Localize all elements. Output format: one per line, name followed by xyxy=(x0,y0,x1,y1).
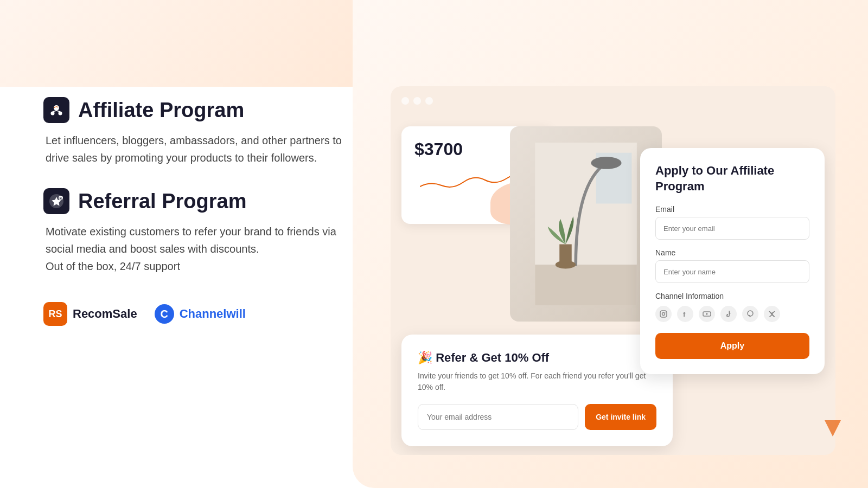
email-input[interactable] xyxy=(655,217,809,240)
pinterest-icon[interactable] xyxy=(742,306,758,322)
name-input[interactable] xyxy=(655,260,809,283)
recomsale-brand: RS RecomSale xyxy=(43,302,137,326)
svg-text:f: f xyxy=(683,310,686,318)
facebook-icon[interactable]: f xyxy=(677,306,693,322)
affiliate-title: Affiliate Program xyxy=(78,99,244,122)
svg-rect-14 xyxy=(559,245,572,265)
browser-dots xyxy=(401,97,825,105)
svg-line-4 xyxy=(56,111,60,112)
affiliate-title-row: Affiliate Program xyxy=(43,97,358,123)
referral-title: Referral Program xyxy=(78,190,246,213)
channel-info-label: Channel Information xyxy=(655,292,809,300)
recomsale-logo: RS xyxy=(43,302,67,326)
referral-title-row: % Referral Program xyxy=(43,188,358,214)
svg-point-16 xyxy=(662,313,665,316)
channelwill-brand: C Channelwill xyxy=(155,304,246,324)
arrow-svg xyxy=(819,409,846,442)
svg-rect-9 xyxy=(535,265,637,305)
referral-description-1: Motivate existing customers to refer you… xyxy=(43,223,358,258)
affiliate-icon xyxy=(43,97,69,123)
svg-text:%: % xyxy=(60,197,63,200)
twitter-icon[interactable] xyxy=(764,306,780,322)
dot-3 xyxy=(425,97,433,105)
dot-1 xyxy=(401,97,409,105)
channelwill-name: Channelwill xyxy=(180,307,246,321)
dot-2 xyxy=(413,97,421,105)
get-invite-button[interactable]: Get invite link xyxy=(585,404,656,430)
affiliate-section: Affiliate Program Let influencers, blogg… xyxy=(43,97,358,166)
referral-widget-desc: Invite your friends to get 10% off. For … xyxy=(418,370,656,393)
right-panel: $3700 xyxy=(391,86,835,477)
branding-row: RS RecomSale C Channelwill xyxy=(43,302,358,326)
recomsale-name: RecomSale xyxy=(73,307,137,321)
instagram-icon[interactable] xyxy=(655,306,672,322)
product-card xyxy=(510,126,662,322)
affiliate-form-title: Apply to Our Affiliate Program xyxy=(655,163,809,194)
referral-icon: % xyxy=(43,188,69,214)
referral-widget: 🎉 Refer & Get 10% Off Invite your friend… xyxy=(401,335,673,446)
referral-widget-title: 🎉 Refer & Get 10% Off xyxy=(418,351,656,365)
svg-point-20 xyxy=(748,311,753,316)
apply-button[interactable]: Apply xyxy=(655,333,809,359)
affiliate-form-panel: Apply to Our Affiliate Program Email Nam… xyxy=(640,148,825,374)
svg-rect-15 xyxy=(660,311,667,317)
name-label: Name xyxy=(655,248,809,257)
referral-input-row[interactable]: Get invite link xyxy=(418,404,656,430)
svg-point-12 xyxy=(591,157,621,169)
arrow-decoration xyxy=(819,409,846,444)
tiktok-icon[interactable] xyxy=(720,306,737,322)
svg-line-3 xyxy=(53,111,56,112)
browser-mockup: $3700 xyxy=(391,86,835,455)
referral-section: % Referral Program Motivate existing cus… xyxy=(43,188,358,275)
channelwill-logo: C xyxy=(155,304,174,324)
svg-point-17 xyxy=(665,312,666,313)
social-icons-row: f xyxy=(655,306,809,322)
youtube-icon[interactable] xyxy=(699,306,715,322)
referral-description-2: Out of the box, 24/7 support xyxy=(43,258,358,275)
lamp-svg xyxy=(532,143,640,305)
referral-email-input[interactable] xyxy=(418,404,578,430)
left-panel: Affiliate Program Let influencers, blogg… xyxy=(43,86,358,326)
mockup-inner: $3700 xyxy=(401,115,825,452)
email-label: Email xyxy=(655,205,809,214)
referral-emoji: 🎉 xyxy=(418,351,436,364)
affiliate-description: Let influencers, bloggers, ambassadors, … xyxy=(43,132,358,166)
svg-point-1 xyxy=(51,112,55,115)
svg-point-2 xyxy=(59,112,62,115)
product-image xyxy=(510,126,662,322)
